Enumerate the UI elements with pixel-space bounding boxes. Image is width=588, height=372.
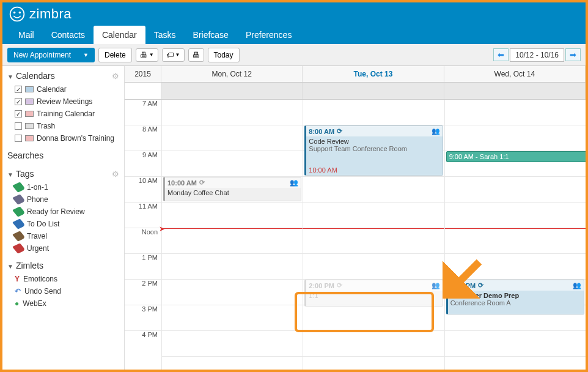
event-title: Code Review (309, 138, 439, 145)
main-nav: Mail Contacts Calendar Tasks Briefcase P… (2, 26, 586, 44)
sidebar-tag-item[interactable]: Ready for Review (6, 206, 120, 218)
calendar-label: Training Calendar (37, 110, 95, 118)
checkbox[interactable] (15, 98, 22, 105)
tag-label: Phone (27, 195, 48, 204)
new-appointment-button[interactable]: New Appointment ▼ (7, 48, 95, 62)
sidebar-tag-item[interactable]: Phone (6, 193, 120, 206)
time-label: 11 AM (125, 202, 161, 228)
checkbox[interactable] (15, 110, 22, 117)
checkbox[interactable] (15, 122, 22, 130)
calendar-swatch-icon (25, 86, 34, 92)
tab-calendar[interactable]: Calendar (94, 26, 145, 44)
checkbox[interactable] (15, 135, 22, 142)
event-code-review[interactable]: 8:00 AM ⟳Code ReviewSupport Team Confere… (304, 125, 443, 176)
sidebar-tag-item[interactable]: Travel (6, 230, 120, 242)
event-title: Customer Demo Prep (450, 292, 581, 299)
sidebar-tag-item[interactable]: Urgent (6, 242, 120, 255)
chevron-down-icon: ▼ (149, 52, 154, 58)
refresh-icon: ⟳ (337, 281, 342, 289)
brand-text: zimbra (29, 6, 72, 22)
time-column: 7 AM8 AM9 AM10 AM11 AMNoon1 PM2 PM3 PM4 … (125, 100, 161, 370)
gear-icon[interactable]: ⚙ (112, 72, 119, 81)
tab-preferences[interactable]: Preferences (237, 26, 300, 44)
tag-label: Urgent (27, 244, 49, 253)
day-header-mon[interactable]: Mon, Oct 12 (161, 66, 303, 82)
collapse-icon: ▼ (7, 73, 13, 80)
sidebar-calendar-item[interactable]: Training Calendar (6, 108, 120, 120)
refresh-icon: ⟳ (478, 281, 483, 289)
allday-row[interactable] (125, 83, 586, 100)
calendar-swatch-icon (25, 111, 34, 117)
sidebar-calendar-item[interactable]: Calendar (6, 83, 120, 95)
sidebar: ▼Calendars ⚙ CalendarReview MeetingsTrai… (2, 66, 125, 370)
event-coffee-chat[interactable]: 10:00 AM ⟳Monday Coffee Chat👥 (163, 177, 301, 201)
event-ghost-1on1[interactable]: 2:00 PM ⟳1:1👥 (304, 280, 443, 307)
time-label: 8 AM (125, 125, 161, 151)
calendar-grid[interactable]: 7 AM8 AM9 AM10 AM11 AMNoon1 PM2 PM3 PM4 … (125, 100, 586, 370)
event-title: Monday Coffee Chat (165, 188, 301, 198)
svg-point-2 (19, 12, 21, 14)
tag-menu-button[interactable]: 🏷▼ (162, 48, 185, 62)
prev-week-button[interactable]: ⬅ (493, 48, 509, 61)
event-time: 10:00 AM (167, 179, 197, 187)
tag-icon (12, 206, 26, 217)
day-header-tue[interactable]: Tue, Oct 13 (303, 66, 444, 82)
sidebar-zimlet-item[interactable]: ●WebEx (6, 297, 120, 310)
event-customer-demo[interactable]: 2:00 PM ⟳Customer Demo PrepConference Ro… (446, 280, 584, 314)
tag-icon (12, 243, 26, 253)
zimlets-section-header[interactable]: ▼Zimlets (6, 258, 120, 273)
sidebar-calendar-item[interactable]: Donna Brown's Training (6, 132, 120, 144)
printer-icon: 🖶 (140, 51, 147, 59)
event-label: 9:00 AM - Sarah 1:1 (449, 153, 509, 160)
sidebar-calendar-item[interactable]: Review Meetings (6, 95, 120, 108)
sidebar-tag-item[interactable]: To Do List (6, 218, 120, 230)
tab-mail[interactable]: Mail (10, 26, 43, 44)
delete-button[interactable]: Delete (98, 48, 132, 62)
refresh-icon: ⟳ (337, 127, 342, 135)
time-label: Noon (125, 228, 161, 253)
sidebar-zimlet-item[interactable]: YEmoticons (6, 273, 120, 285)
searches-section-header[interactable]: Searches (6, 148, 120, 163)
day-column-mon[interactable]: 10:00 AM ⟳Monday Coffee Chat👥 (161, 100, 303, 370)
tags-section-header[interactable]: ▼Tags ⚙ (6, 166, 120, 181)
checkbox[interactable] (15, 86, 22, 93)
calendar-label: Calendar (37, 85, 67, 94)
tag-label: 1-on-1 (27, 183, 48, 192)
zimlet-label: Emoticons (23, 275, 57, 283)
current-time-arrow-icon: ➤ (159, 225, 165, 233)
time-label: 2 PM (125, 279, 161, 305)
time-label: 9 AM (125, 151, 161, 176)
people-icon: 👥 (290, 179, 298, 187)
sidebar-tag-item[interactable]: 1-on-1 (6, 181, 120, 193)
event-time: 2:00 PM (309, 282, 334, 289)
day-header-wed[interactable]: Wed, Oct 14 (444, 66, 586, 82)
chevron-down-icon: ▼ (175, 52, 180, 58)
day-column-wed[interactable]: 2:00 PM ⟳Customer Demo PrepConference Ro… (444, 100, 586, 370)
collapse-icon: ▼ (7, 263, 13, 270)
collapse-icon: ▼ (7, 171, 13, 178)
calendar-swatch-icon (25, 99, 34, 105)
tag-icon (12, 218, 26, 229)
svg-point-0 (10, 7, 24, 21)
sidebar-calendar-item[interactable]: Trash (6, 120, 120, 132)
event-location: Support Team Conference Room (309, 145, 439, 152)
day-column-tue[interactable]: 8:00 AM ⟳Code ReviewSupport Team Confere… (303, 100, 444, 370)
tag-label: To Do List (27, 220, 59, 228)
brand-logo: zimbra (9, 6, 72, 23)
tab-tasks[interactable]: Tasks (145, 26, 185, 44)
today-button[interactable]: Today (208, 48, 240, 62)
print-button[interactable]: 🖶 (188, 48, 204, 62)
time-label: 4 PM (125, 330, 161, 356)
sidebar-zimlet-item[interactable]: ↶Undo Send (6, 285, 120, 297)
people-icon: 👥 (573, 281, 581, 289)
next-week-button[interactable]: ➡ (565, 48, 581, 61)
time-label: 7 AM (125, 100, 161, 125)
calendar-label: Donna Brown's Training (37, 134, 114, 143)
print-menu-button[interactable]: 🖶▼ (136, 48, 158, 62)
gear-icon[interactable]: ⚙ (112, 169, 119, 179)
tab-contacts[interactable]: Contacts (43, 26, 94, 44)
tab-briefcase[interactable]: Briefcase (185, 26, 237, 44)
event-sarah-1on1[interactable]: 9:00 AM - Sarah 1:1 (446, 151, 586, 162)
calendars-section-header[interactable]: ▼Calendars ⚙ (6, 69, 120, 83)
event-title: 1:1 (306, 291, 442, 300)
